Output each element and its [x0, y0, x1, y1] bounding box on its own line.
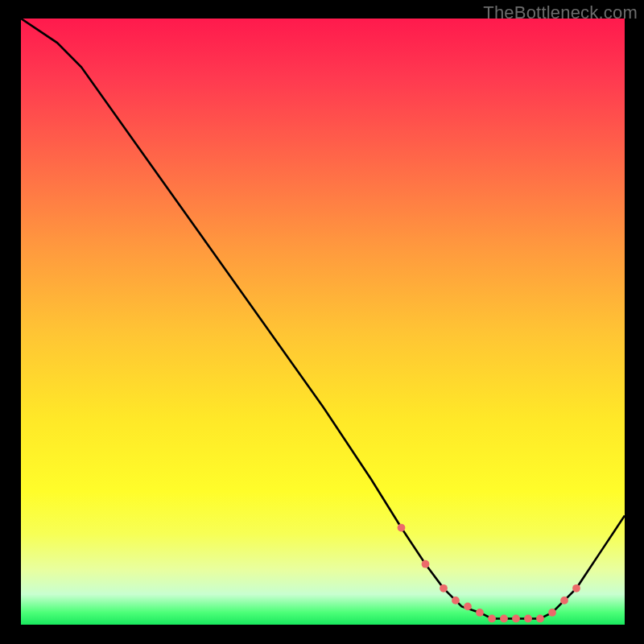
bottleneck-curve [21, 19, 625, 618]
marker-point [524, 615, 532, 623]
marker-point [548, 609, 556, 617]
marker-point [572, 584, 580, 592]
marker-group [398, 524, 580, 623]
chart-stage: TheBottleneck.com [0, 0, 644, 644]
marker-point [560, 597, 568, 605]
marker-point [488, 615, 496, 623]
marker-point [536, 615, 544, 623]
marker-point [452, 597, 460, 605]
marker-point [512, 615, 520, 623]
marker-point [464, 603, 472, 611]
marker-point [440, 584, 448, 592]
marker-point [422, 560, 430, 568]
marker-point [500, 615, 508, 623]
chart-svg [21, 19, 625, 625]
plot-area [21, 19, 625, 625]
marker-point [398, 524, 406, 532]
marker-point [476, 609, 484, 617]
